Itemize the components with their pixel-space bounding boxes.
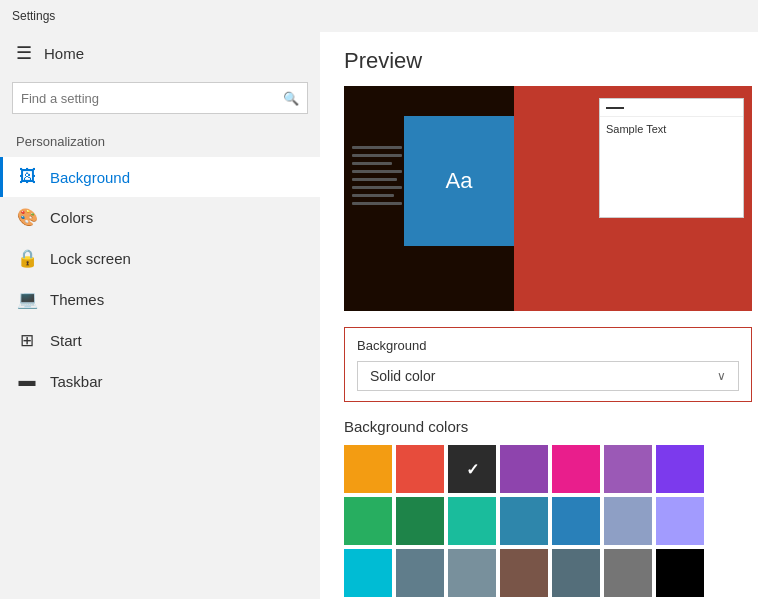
bg-colors-section: Background colors [344, 418, 734, 597]
preview-line-7 [352, 194, 394, 197]
color-swatch-2-5[interactable] [604, 549, 652, 597]
bg-colors-label: Background colors [344, 418, 734, 435]
sidebar-item-label-background: Background [50, 169, 130, 186]
color-swatch-2-2[interactable] [448, 549, 496, 597]
tile-1 [404, 211, 432, 239]
settings-title: Settings [12, 9, 55, 23]
tile-3 [468, 211, 496, 239]
chevron-down-icon: ∨ [717, 369, 726, 383]
home-nav-item[interactable]: ☰ Home [0, 32, 320, 74]
color-swatch-2-4[interactable] [552, 549, 600, 597]
color-swatch-0-5[interactable] [604, 445, 652, 493]
preview-line-3 [352, 162, 392, 165]
sidebar-item-taskbar[interactable]: ▬ Taskbar [0, 361, 320, 401]
taskbar-icon: ▬ [16, 371, 38, 391]
color-swatch-1-1[interactable] [396, 497, 444, 545]
color-swatch-0-2[interactable] [448, 445, 496, 493]
color-row-0 [344, 445, 734, 493]
preview-line-1 [352, 146, 402, 149]
color-swatch-0-6[interactable] [656, 445, 704, 493]
preview-tiles [404, 211, 496, 239]
color-row-2 [344, 549, 734, 597]
preview-line-6 [352, 186, 402, 189]
sidebar-item-start[interactable]: ⊞ Start [0, 320, 320, 361]
sidebar-item-themes[interactable]: 💻 Themes [0, 279, 320, 320]
color-grid [344, 445, 734, 597]
preview-line-2 [352, 154, 402, 157]
color-swatch-1-5[interactable] [604, 497, 652, 545]
color-swatch-2-1[interactable] [396, 549, 444, 597]
color-swatch-2-6[interactable] [656, 549, 704, 597]
preview-line-4 [352, 170, 402, 173]
color-swatch-1-2[interactable] [448, 497, 496, 545]
sidebar-item-label-colors: Colors [50, 209, 93, 226]
nav-list: 🖼 Background 🎨 Colors 🔒 Lock screen 💻 Th… [0, 157, 320, 401]
color-swatch-1-6[interactable] [656, 497, 704, 545]
sidebar-item-label-taskbar: Taskbar [50, 373, 103, 390]
preview-window-bar [600, 99, 743, 117]
color-swatch-2-3[interactable] [500, 549, 548, 597]
color-swatch-1-3[interactable] [500, 497, 548, 545]
tile-2 [436, 211, 464, 239]
sidebar-item-background[interactable]: 🖼 Background [0, 157, 320, 197]
lockscreen-icon: 🔒 [16, 248, 38, 269]
background-dropdown[interactable]: Solid color ∨ [357, 361, 739, 391]
preview-box: Aa Sample Text [344, 86, 752, 311]
content-area: Preview Aa [320, 32, 758, 599]
background-icon: 🖼 [16, 167, 38, 187]
sidebar-item-label-themes: Themes [50, 291, 104, 308]
background-section: Background Solid color ∨ [344, 327, 752, 402]
color-row-1 [344, 497, 734, 545]
preview-line-8 [352, 202, 402, 205]
dropdown-selected: Solid color [370, 368, 435, 384]
start-icon: ⊞ [16, 330, 38, 351]
sidebar-item-label-start: Start [50, 332, 82, 349]
color-swatch-0-0[interactable] [344, 445, 392, 493]
search-box[interactable]: 🔍 [12, 82, 308, 114]
preview-white-panel: Sample Text [599, 98, 744, 218]
preview-lines [352, 146, 402, 205]
sidebar: ☰ Home 🔍 Personalization 🖼 Background 🎨 … [0, 32, 320, 599]
preview-sample-text: Sample Text [600, 117, 743, 141]
search-icon: 🔍 [283, 91, 299, 106]
colors-icon: 🎨 [16, 207, 38, 228]
preview-aa-text: Aa [446, 168, 473, 194]
home-label: Home [44, 45, 84, 62]
background-label: Background [357, 338, 739, 353]
color-swatch-1-0[interactable] [344, 497, 392, 545]
section-label: Personalization [0, 130, 320, 157]
preview-title: Preview [344, 48, 734, 74]
color-swatch-0-3[interactable] [500, 445, 548, 493]
sidebar-item-colors[interactable]: 🎨 Colors [0, 197, 320, 238]
sidebar-item-lockscreen[interactable]: 🔒 Lock screen [0, 238, 320, 279]
color-swatch-1-4[interactable] [552, 497, 600, 545]
search-input[interactable] [21, 91, 283, 106]
color-swatch-2-0[interactable] [344, 549, 392, 597]
preview-line-5 [352, 178, 397, 181]
color-swatch-0-1[interactable] [396, 445, 444, 493]
home-icon: ☰ [16, 42, 32, 64]
themes-icon: 💻 [16, 289, 38, 310]
sidebar-item-label-lockscreen: Lock screen [50, 250, 131, 267]
preview-window-line [606, 107, 624, 109]
color-swatch-0-4[interactable] [552, 445, 600, 493]
